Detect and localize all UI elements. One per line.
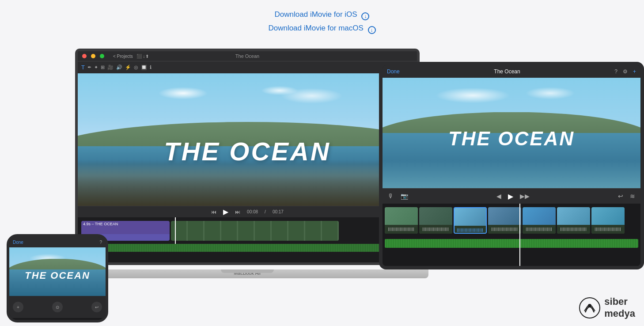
ipad-clip-7[interactable] [591,207,625,234]
ipad-device: Done The Ocean ? ⚙ + THE OCEAN 🎙 📷 ◀ ▶ ▶… [379,62,644,269]
download-ios-label: Download iMovie for iOS [275,10,357,19]
macbook-minimize-btn[interactable] [91,54,95,58]
ipad-preview-title: THE OCEAN [383,128,640,150]
iphone-titlebar: Done ? [9,237,106,247]
iphone-preview-title: THE OCEAN [9,270,106,281]
macbook-share-icon[interactable]: ⬆ [145,54,149,59]
ipad-mic-icon[interactable]: 🎙 [388,193,394,200]
watermark: siber medya [579,296,635,319]
macbook-clip-label: 4.9s – THE OCEAN [83,222,118,226]
download-macos-arrow: ↓ [368,26,376,34]
iphone-timer-button[interactable]: ⊙ [52,302,63,312]
macbook-device: < Projects ⬛ ↓ The Ocean ⬆ T ✒ ✦ ⊞ 🎥 🔊 ⚡… [75,49,420,278]
macbook-tool3[interactable]: ⊞ [101,64,105,70]
ipad-play-btn[interactable]: ▶ [508,192,513,201]
macbook-audio-track[interactable] [81,244,413,252]
macbook-tool8[interactable]: 🔲 [141,64,147,70]
ipad-waveform-icon[interactable]: ≋ [630,193,635,200]
macbook-tool6[interactable]: ⚡ [125,64,131,70]
ipad-next-frame-btn[interactable]: ▶▶ [520,193,530,200]
macbook-tool4[interactable]: 🎥 [107,64,114,70]
ipad-controls-bar: 🎙 📷 ◀ ▶ ▶▶ ↩ ≋ [383,188,640,204]
ipad-settings-icon[interactable]: ⚙ [623,68,628,75]
ipad-clouds [383,84,640,106]
macbook-tool7[interactable]: ◎ [134,64,138,70]
macbook-preview-area: THE OCEAN [78,73,417,206]
macbook-clips-row: 4.9s – THE OCEAN [78,217,417,244]
macbook-footage-clips[interactable] [171,221,339,241]
macbook-titlebar: < Projects ⬛ ↓ The Ocean ⬆ [78,51,417,61]
watermark-logo-icon [579,297,601,319]
ipad-done-button[interactable]: Done [387,68,400,75]
macbook-toolbar-left: T ✒ ✦ ⊞ 🎥 🔊 ⚡ ◎ 🔲 ℹ [81,64,152,71]
ipad-clips-row [383,204,640,239]
macbook-hinge-notch [221,269,274,273]
iphone-help-icon[interactable]: ? [99,240,102,245]
macbook-rocks [78,159,417,206]
macbook-text-icon[interactable]: T [81,64,85,71]
macbook-timeline: ⏮ ▶ ⏭ 00:08 / 00:17 4.9s – THE OCEAN [78,206,417,265]
iphone-preview-area: THE OCEAN [9,247,106,296]
ipad-playhead [519,204,520,269]
iphone-play-button[interactable]: ▶ [11,320,15,323]
ipad-undo-icon[interactable]: ↩ [618,193,623,200]
iphone-add-button[interactable]: + [13,302,23,312]
iphone-play-row: ▶ [9,318,106,322]
ipad-toolbar-right: ? ⚙ + [614,68,636,75]
ipad-clip-6[interactable] [557,207,590,234]
macbook-playback-controls: ⏮ ▶ ⏭ 00:08 / 00:17 [78,206,417,217]
iphone-device: Done ? THE OCEAN + ⊙ ↩ ▶ [7,234,108,322]
download-ios-arrow: ↓ [361,12,369,20]
download-macos-label: Download iMovie for macOS [268,24,363,32]
watermark-line2: medya [604,308,635,319]
macbook-tool9[interactable]: ℹ [150,64,152,70]
download-ios-link[interactable]: Download iMovie for iOS ↓ [0,8,644,22]
macbook-prev-btn[interactable]: ⏮ [211,209,216,215]
watermark-line1: siber [604,296,635,307]
watermark-text: siber medya [604,296,635,319]
iphone-controls: + ⊙ ↩ [9,296,106,318]
macbook-playhead [175,217,176,244]
devices-container: < Projects ⬛ ↓ The Ocean ⬆ T ✒ ✦ ⊞ 🎥 🔊 ⚡… [0,49,644,322]
ipad-clip-3-selected[interactable] [454,207,487,234]
macbook-close-btn[interactable] [82,54,87,58]
macbook-tool1[interactable]: ✒ [87,64,91,70]
ipad-help-icon[interactable]: ? [614,68,617,75]
ipad-clip-5[interactable] [523,207,556,234]
macbook-time-current: 00:08 [247,209,258,214]
ipad-clip-2[interactable] [419,207,452,234]
ipad-add-icon[interactable]: + [633,68,636,75]
macbook-projects-label[interactable]: < Projects [113,54,133,59]
macbook-toolbar: T ✒ ✦ ⊞ 🎥 🔊 ⚡ ◎ 🔲 ℹ Reset All [78,61,417,73]
iphone-done-button[interactable]: Done [13,240,23,245]
iphone-undo-button[interactable]: ↩ [91,302,102,312]
macbook-title: The Ocean [235,53,259,59]
macbook-screen: < Projects ⬛ ↓ The Ocean ⬆ T ✒ ✦ ⊞ 🎥 🔊 ⚡… [75,49,420,265]
download-section: Download iMovie for iOS ↓ Download iMovi… [0,0,644,35]
macbook-tool5[interactable]: 🔊 [116,64,122,70]
ipad-camera-icon[interactable]: 📷 [401,193,408,200]
macbook-clouds [87,80,408,106]
svg-point-0 [580,298,600,318]
ipad-preview-area: THE OCEAN [383,78,640,188]
macbook-next-btn[interactable]: ⏭ [235,209,240,215]
macbook-tool2[interactable]: ✦ [94,64,98,70]
macbook-fullscreen-btn[interactable] [100,54,104,58]
macbook-preview-title: THE OCEAN [78,136,417,166]
macbook-time-sep: / [265,209,266,214]
download-macos-link[interactable]: Download iMovie for macOS ↓ [0,22,644,35]
ipad-prev-frame-btn[interactable]: ◀ [496,193,501,200]
macbook-time-total: 00:17 [273,209,284,214]
ipad-audio-track[interactable] [385,239,638,248]
ipad-clip-1[interactable] [385,207,418,234]
macbook-play-btn[interactable]: ▶ [223,208,228,216]
ipad-titlebar: Done The Ocean ? ⚙ + [383,65,640,78]
ipad-timeline [383,204,640,269]
ipad-clip-4[interactable] [488,207,521,234]
ipad-title: The Ocean [494,68,520,75]
macbook-base: MacBook Air [66,269,428,278]
svg-point-1 [588,304,591,307]
